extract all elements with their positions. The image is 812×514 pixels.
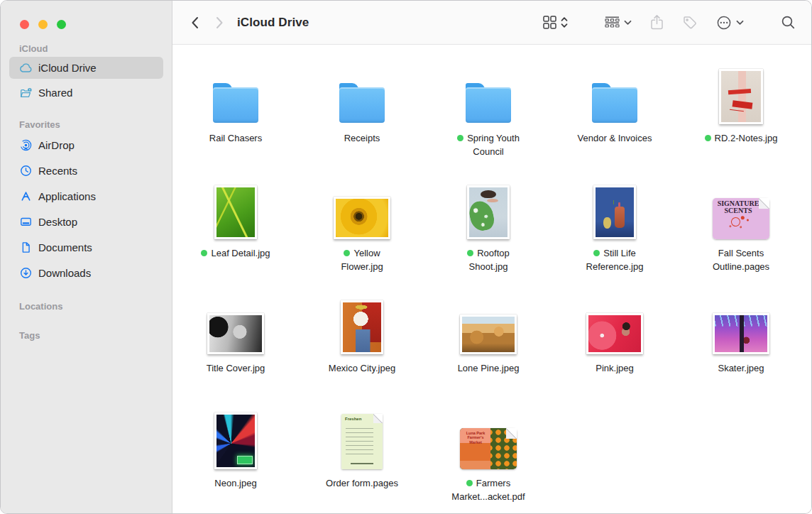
sidebar-section-favorites: FavoritesAirDropRecentsApplicationsDeskt… <box>9 119 163 285</box>
file-item[interactable]: Skater.jpeg <box>678 282 804 397</box>
search-button[interactable] <box>781 15 796 30</box>
sidebar-item-label: iCloud Drive <box>38 62 97 74</box>
sync-status-dot <box>705 135 711 141</box>
file-name: Rooftop Shoot.jpg <box>469 248 510 272</box>
sidebar-item-documents[interactable]: Documents <box>9 235 163 260</box>
folder-icon <box>213 87 258 123</box>
file-label: Lone Pine.jpeg <box>458 361 520 375</box>
file-name: Farmers Market...acket.pdf <box>451 478 525 502</box>
sidebar: iCloudiCloud DriveSharedFavoritesAirDrop… <box>1 1 172 513</box>
file-name: Rail Chasers <box>209 133 262 143</box>
file-item[interactable]: Neon.jpeg <box>172 397 299 512</box>
sidebar-item-downloads[interactable]: Downloads <box>9 261 163 285</box>
sidebar-section-icloud: iCloudiCloud DriveShared <box>9 43 163 104</box>
thumbnail-art <box>588 315 641 352</box>
file-item[interactable]: Luna Park Farmer's MarketFarmers Market.… <box>425 397 552 512</box>
document-thumbnail: Freshen <box>341 414 383 469</box>
file-name: Lone Pine.jpeg <box>458 363 520 373</box>
file-name: Spring Youth Council <box>467 133 520 157</box>
file-item[interactable]: Title Cover.jpg <box>172 282 299 397</box>
sync-status-dot <box>201 250 207 256</box>
sidebar-item-recents[interactable]: Recents <box>9 158 163 183</box>
file-item[interactable]: Rail Chasers <box>172 52 299 167</box>
file-label: Mexico City.jpeg <box>329 361 395 375</box>
image-thumbnail <box>713 313 769 354</box>
file-icon-area <box>719 52 763 124</box>
window-controls <box>1 1 172 29</box>
file-item[interactable]: Yellow Flower.jpg <box>299 167 425 282</box>
file-icon-area <box>467 167 510 239</box>
file-name: Leaf Detail.jpg <box>211 248 270 258</box>
forward-button[interactable] <box>216 16 224 29</box>
file-item[interactable]: Rooftop Shoot.jpg <box>425 167 552 282</box>
chevron-left-icon <box>191 16 199 29</box>
sidebar-item-label: Documents <box>38 241 92 253</box>
sidebar-item-applications[interactable]: Applications <box>9 184 163 209</box>
file-item[interactable]: Leaf Detail.jpg <box>172 167 299 282</box>
sidebar-item-label: Downloads <box>38 267 91 279</box>
group-by-button[interactable] <box>605 16 632 28</box>
file-icon-area <box>213 52 258 124</box>
file-item[interactable]: Still Life Reference.jpg <box>552 167 678 282</box>
file-icon-area: Luna Park Farmer's Market <box>460 397 517 469</box>
ellipsis-circle-icon <box>716 15 732 31</box>
sidebar-item-label: AirDrop <box>38 139 75 151</box>
file-item[interactable]: Pink.jpeg <box>552 282 678 397</box>
minimize-button[interactable] <box>38 20 48 29</box>
sidebar-item-desktop[interactable]: Desktop <box>9 209 163 234</box>
sidebar-sections: iCloudiCloud DriveSharedFavoritesAirDrop… <box>1 29 172 344</box>
file-item[interactable]: SIGNATURE SCENTSFall Scents Outline.page… <box>678 167 804 282</box>
file-label: Skater.jpeg <box>718 361 764 375</box>
file-item[interactable]: Vendor & Invoices <box>552 52 678 167</box>
sidebar-item-icloud-drive[interactable]: iCloud Drive <box>9 57 163 79</box>
sidebar-item-airdrop[interactable]: AirDrop <box>9 133 163 158</box>
file-grid: Rail ChasersReceiptsSpring Youth Council… <box>172 45 811 513</box>
sidebar-item-shared[interactable]: Shared <box>9 82 163 104</box>
image-thumbnail <box>593 185 636 239</box>
file-icon-area <box>592 52 637 124</box>
file-name: Pink.jpeg <box>596 363 633 373</box>
file-label: Rooftop Shoot.jpg <box>450 246 527 273</box>
thumbnail-art <box>336 199 388 237</box>
share-button[interactable] <box>650 14 664 31</box>
file-label: Rail Chasers <box>209 131 262 145</box>
group-icon <box>605 16 620 28</box>
toolbar-actions <box>543 14 796 31</box>
tag-icon <box>682 15 698 31</box>
file-name: Title Cover.jpg <box>207 363 265 373</box>
view-options-button[interactable] <box>543 16 568 29</box>
file-icon-area <box>466 52 511 124</box>
file-icon-area <box>593 167 636 239</box>
file-label: Farmers Market...acket.pdf <box>450 476 527 503</box>
folder-icon <box>466 87 511 123</box>
file-name: Order form.pages <box>326 478 398 488</box>
sidebar-section-tags: Tags <box>9 330 163 344</box>
file-item[interactable]: Lone Pine.jpeg <box>425 282 552 397</box>
sync-status-dot <box>467 250 473 256</box>
back-button[interactable] <box>191 16 199 29</box>
file-item[interactable]: Spring Youth Council <box>425 52 552 167</box>
chevron-right-icon <box>216 16 224 29</box>
file-icon-area <box>214 397 257 469</box>
sync-status-dot <box>593 250 600 256</box>
image-thumbnail <box>586 313 643 354</box>
file-item[interactable]: RD.2-Notes.jpg <box>678 52 804 167</box>
file-label: Spring Youth Council <box>450 131 527 158</box>
file-item[interactable]: FreshenOrder form.pages <box>299 397 425 512</box>
chevron-down-icon <box>736 20 744 26</box>
file-name: Fall Scents Outline.pages <box>713 248 769 272</box>
file-label: Still Life Reference.jpg <box>576 246 653 273</box>
file-item[interactable]: Mexico City.jpeg <box>299 282 425 397</box>
tag-button[interactable] <box>682 15 698 31</box>
airdrop-icon <box>17 139 34 151</box>
file-label: Neon.jpeg <box>214 476 256 490</box>
file-icon-area <box>207 282 264 354</box>
file-name: Neon.jpeg <box>214 478 256 488</box>
toolbar: iCloud Drive <box>172 1 811 45</box>
file-item[interactable]: Receipts <box>299 52 425 167</box>
file-icon-area <box>334 167 390 239</box>
close-button[interactable] <box>20 20 29 29</box>
zoom-button[interactable] <box>57 20 66 29</box>
file-name: RD.2-Notes.jpg <box>715 133 778 143</box>
more-options-button[interactable] <box>716 15 744 31</box>
